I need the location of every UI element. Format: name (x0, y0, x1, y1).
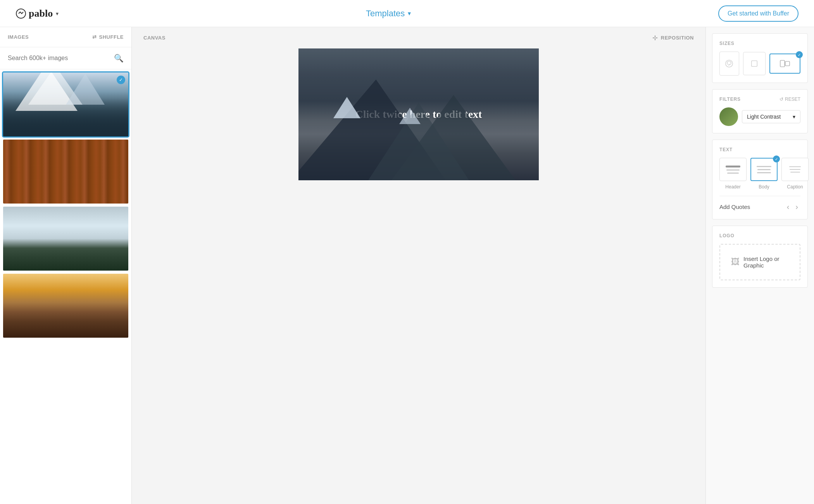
text-body-line-3 (757, 172, 771, 173)
text-caption-line-2 (790, 169, 800, 170)
list-item[interactable]: ✓ (3, 72, 128, 136)
svg-rect-2 (752, 61, 757, 67)
logo-chevron-icon: ▾ (56, 10, 59, 17)
templates-label: Templates (366, 9, 405, 19)
logo-section: LOGO 🖼 Insert Logo or Graphic (712, 226, 808, 288)
text-section: TEXT Header ✓ (712, 140, 808, 219)
canvas-area: CANVAS ⊹ REPOSITION (132, 27, 705, 504)
image-mist (3, 207, 128, 271)
app-header: pablo ▾ Templates ▾ Get started with Buf… (0, 0, 814, 27)
text-body-label: Body (759, 184, 769, 190)
list-item[interactable] (3, 207, 128, 271)
templates-button[interactable]: Templates ▾ (366, 9, 411, 19)
reposition-button[interactable]: ⊹ REPOSITION (652, 34, 694, 41)
text-body-line-1 (757, 166, 771, 167)
filter-dropdown[interactable]: Light Contrast ▾ (742, 110, 800, 123)
twitter-icon (780, 59, 790, 68)
reset-button[interactable]: ↺ RESET (780, 97, 800, 102)
text-options: Header ✓ Body (719, 158, 800, 190)
logo-insert-icon: 🖼 (731, 257, 740, 267)
selected-check-icon: ✓ (117, 76, 125, 84)
active-filter-label: Light Contrast (747, 114, 781, 120)
search-icon[interactable]: 🔍 (114, 54, 124, 63)
canvas-background (298, 48, 539, 180)
svg-rect-4 (785, 61, 790, 66)
shuffle-button[interactable]: ⇄ SHUFFLE (92, 34, 124, 40)
logo-area[interactable]: pablo ▾ (16, 8, 59, 19)
text-title: TEXT (719, 147, 800, 152)
svg-point-0 (16, 9, 26, 18)
image-wood (3, 140, 128, 204)
logo-insert-button[interactable]: 🖼 Insert Logo or Graphic (719, 244, 800, 280)
svg-rect-3 (780, 60, 785, 67)
sidebar-tabs: IMAGES ⇄ SHUFFLE (0, 27, 131, 47)
canvas-label: CANVAS (143, 35, 166, 41)
text-caption-option[interactable]: Caption (781, 158, 809, 190)
image-sidebar: IMAGES ⇄ SHUFFLE 🔍 ✓ (0, 27, 132, 504)
size-twitter-option[interactable]: ✓ (769, 54, 800, 74)
sizes-grid: ✓ (719, 52, 800, 76)
list-item[interactable] (3, 274, 128, 338)
text-header-label: Header (725, 184, 740, 190)
text-caption-box (781, 158, 809, 181)
logo-text: pablo (29, 8, 53, 19)
text-body-option[interactable]: ✓ Body (750, 158, 778, 190)
text-caption-label: Caption (787, 184, 803, 190)
reposition-label: REPOSITION (661, 35, 694, 41)
logo-insert-label: Insert Logo or Graphic (743, 255, 789, 269)
image-indoor (3, 274, 128, 338)
add-quotes-row: Add Quotes ‹ › (719, 196, 800, 212)
filters-title: FILTERS (719, 97, 741, 102)
square-icon (750, 59, 759, 68)
main-layout: IMAGES ⇄ SHUFFLE 🔍 ✓ (0, 27, 814, 504)
templates-chevron-icon: ▾ (408, 10, 411, 17)
list-item[interactable] (3, 140, 128, 204)
image-search-bar: 🔍 (0, 47, 131, 69)
pinterest-icon (725, 59, 733, 68)
search-input[interactable] (8, 55, 114, 62)
sizes-section: SIZES (712, 33, 808, 83)
quote-navigation: ‹ › (785, 202, 800, 212)
text-header-option[interactable]: Header (719, 158, 747, 190)
filter-preview-thumbnail (719, 107, 738, 126)
images-grid: ✓ (0, 69, 131, 504)
size-square-option[interactable] (743, 52, 766, 75)
quote-prev-button[interactable]: ‹ (785, 202, 792, 212)
pablo-logo-icon (16, 8, 26, 19)
filters-header: FILTERS ↺ RESET (719, 97, 800, 102)
canvas[interactable]: Click twice here to edit text (298, 48, 539, 180)
quote-next-button[interactable]: › (793, 202, 800, 212)
right-panel: SIZES (705, 27, 814, 504)
text-caption-line-3 (790, 172, 800, 173)
sizes-title: SIZES (719, 41, 800, 46)
text-body-line-2 (757, 169, 771, 170)
images-tab-label: IMAGES (8, 34, 29, 40)
canvas-toolbar: CANVAS ⊹ REPOSITION (132, 27, 705, 48)
get-started-button[interactable]: Get started with Buffer (718, 5, 798, 22)
text-header-line-3 (727, 173, 739, 174)
reset-label: RESET (785, 97, 800, 102)
text-header-box (719, 158, 747, 181)
add-quotes-label: Add Quotes (719, 204, 750, 210)
canvas-container: Click twice here to edit text (132, 48, 705, 504)
reset-icon: ↺ (780, 97, 783, 102)
size-selected-check: ✓ (796, 51, 803, 58)
shuffle-label: SHUFFLE (99, 34, 124, 40)
text-selected-check: ✓ (773, 155, 780, 162)
image-mountain (3, 72, 128, 136)
filter-select-row: Light Contrast ▾ (719, 107, 800, 126)
reposition-icon: ⊹ (652, 34, 658, 41)
shuffle-icon: ⇄ (92, 34, 97, 40)
size-pinterest-option[interactable] (719, 52, 739, 76)
text-header-line-2 (726, 169, 740, 171)
text-caption-line-1 (789, 166, 801, 167)
text-header-line-1 (726, 166, 740, 167)
text-body-box: ✓ (750, 158, 778, 181)
filter-chevron-icon: ▾ (793, 114, 795, 120)
filters-section: FILTERS ↺ RESET Light Contrast ▾ (712, 89, 808, 133)
logo-section-title: LOGO (719, 233, 800, 238)
